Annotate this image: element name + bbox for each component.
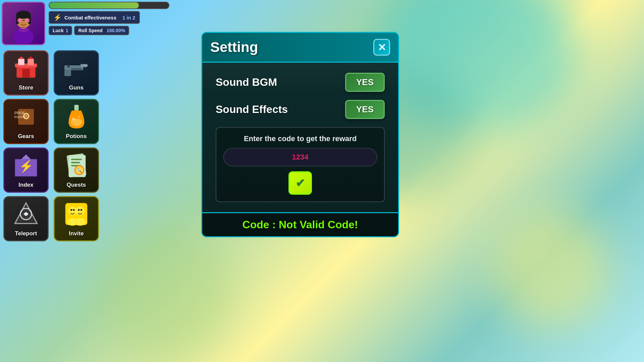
combat-value: 1 in 2	[122, 15, 135, 20]
svg-rect-6	[17, 19, 22, 22]
modal-footer: Code : Not Valid Code!	[202, 212, 398, 236]
sidebar-item-guns[interactable]: Guns	[54, 50, 99, 96]
potions-icon	[63, 103, 90, 130]
code-input[interactable]	[223, 148, 377, 167]
svg-point-28	[78, 116, 80, 118]
code-prompt: Enter the code to get the reward	[244, 134, 357, 143]
sound-bgm-toggle[interactable]: YES	[345, 73, 385, 92]
submit-code-button[interactable]: ✔	[288, 171, 312, 195]
luck-stat: Luck 1	[49, 26, 72, 35]
sidebar-item-gears[interactable]: ⚙ PROF ESSION Gears	[3, 99, 49, 144]
svg-rect-20	[83, 65, 88, 66]
svg-text:⚡: ⚡	[19, 159, 34, 173]
sound-bgm-label: Sound BGM	[216, 76, 277, 88]
invalid-code-message: Code : Not Valid Code!	[243, 219, 358, 231]
index-icon: ⚡	[13, 152, 40, 179]
settings-modal: Setting ✕ Sound BGM YES Sound Effects YE…	[201, 32, 399, 237]
sidebar-item-potions[interactable]: Potions	[54, 99, 99, 144]
quests-icon: 🔍	[63, 152, 90, 179]
invite-icon	[63, 200, 90, 227]
sidebar-item-store[interactable]: Store	[3, 50, 49, 96]
guns-label: Guns	[69, 84, 84, 91]
sound-effects-label: Sound Effects	[216, 103, 288, 116]
svg-text:ESSION: ESSION	[14, 115, 25, 119]
svg-point-52	[74, 218, 86, 226]
invite-label: Invite	[69, 230, 84, 237]
svg-marker-30	[21, 154, 31, 159]
svg-rect-12	[18, 59, 24, 65]
sound-bgm-row: Sound BGM YES	[216, 73, 385, 92]
svg-rect-13	[28, 59, 34, 65]
svg-rect-17	[64, 70, 71, 76]
sidebar-item-quests[interactable]: 🔍 Quests	[54, 147, 99, 193]
svg-rect-25	[74, 105, 78, 111]
modal-body: Sound BGM YES Sound Effects YES Enter th…	[202, 63, 398, 212]
combat-label: Combat effectiveness	[64, 15, 116, 20]
avatar	[2, 2, 45, 45]
store-label: Store	[19, 84, 33, 91]
luck-label: Luck	[53, 28, 64, 33]
xp-bar	[49, 2, 169, 9]
roll-speed-stat: Roll Speed 100.00%	[74, 26, 129, 35]
gears-icon: ⚙ PROF ESSION	[13, 103, 40, 130]
luck-value: 1	[66, 28, 68, 33]
svg-point-27	[71, 117, 74, 120]
svg-point-50	[80, 209, 83, 211]
svg-rect-14	[22, 69, 30, 77]
modal-header: Setting ✕	[202, 33, 398, 63]
code-section: Enter the code to get the reward ✔	[216, 127, 385, 202]
teleport-label: Teleport	[15, 230, 37, 237]
svg-point-46	[70, 209, 72, 211]
quests-label: Quests	[67, 182, 86, 188]
gears-label: Gears	[18, 133, 34, 140]
svg-rect-18	[71, 68, 82, 70]
svg-rect-7	[25, 19, 30, 22]
svg-rect-34	[71, 159, 82, 160]
svg-text:🔍: 🔍	[76, 168, 82, 173]
svg-point-42	[24, 212, 28, 215]
combat-icon: ⚡	[53, 13, 62, 21]
store-icon	[13, 55, 40, 81]
sound-effects-row: Sound Effects YES	[216, 100, 385, 119]
guns-icon	[63, 55, 90, 81]
sound-effects-toggle[interactable]: YES	[345, 100, 385, 119]
svg-rect-35	[71, 162, 80, 163]
svg-point-47	[73, 209, 75, 211]
code-input-wrapper	[223, 148, 377, 167]
xp-bar-fill	[49, 2, 139, 8]
sidebar-item-teleport[interactable]: Teleport	[3, 196, 49, 241]
modal-title: Setting	[210, 39, 258, 55]
svg-point-19	[67, 65, 70, 68]
index-label: Index	[18, 182, 33, 188]
sidebar-item-index[interactable]: ⚡ Index	[3, 147, 49, 193]
potions-label: Potions	[66, 133, 87, 140]
combat-effectiveness-stat: ⚡ Combat effectiveness 1 in 2	[49, 11, 140, 24]
sidebar: Store Guns ⚙ PROF ESSION Gears	[3, 50, 101, 241]
close-button[interactable]: ✕	[373, 39, 390, 56]
sidebar-item-invite[interactable]: Invite	[54, 196, 99, 241]
svg-point-49	[78, 209, 80, 211]
roll-speed-value: 100.00%	[107, 28, 125, 33]
checkmark-icon: ✔	[296, 176, 305, 190]
teleport-icon	[13, 200, 40, 227]
svg-text:PROF: PROF	[14, 111, 25, 115]
roll-speed-label: Roll Speed	[78, 28, 102, 33]
